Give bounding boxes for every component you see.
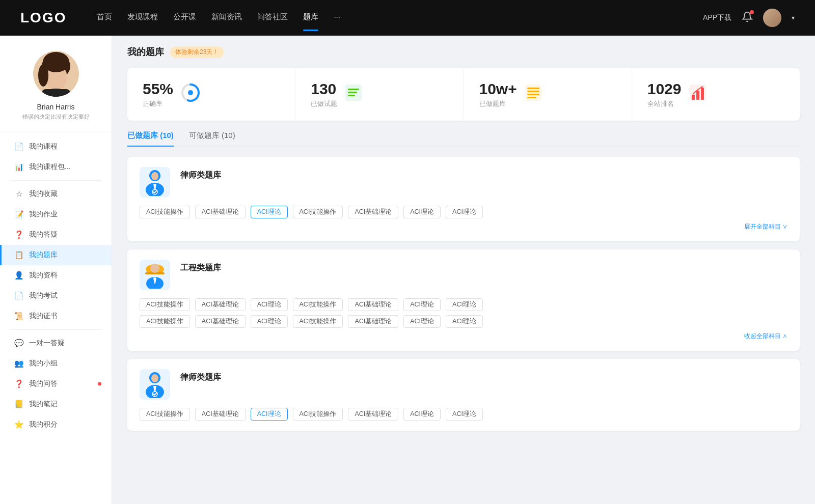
questions-label: 我的答疑 <box>29 230 99 239</box>
bank-tag[interactable]: ACI基础理论 <box>348 315 398 328</box>
bank-tag[interactable]: ACI理论 <box>403 298 441 311</box>
notes-icon: 📒 <box>14 400 24 409</box>
tab-available[interactable]: 可做题库 (10) <box>189 131 235 146</box>
stat-done-banks-label: 已做题库 <box>479 99 517 108</box>
sidebar-item-questions[interactable]: ❓ 我的答疑 <box>0 225 112 245</box>
user-avatar[interactable] <box>763 9 781 27</box>
sidebar-item-points[interactable]: ⭐ 我的积分 <box>0 414 112 435</box>
bank-tag[interactable]: ACI基础理论 <box>195 408 246 421</box>
bank-tag[interactable]: ACI技能操作 <box>140 206 190 218</box>
bank-tag[interactable]: ACI基础理论 <box>195 206 246 218</box>
bank-tag[interactable]: ACI理论 <box>446 315 483 328</box>
nav-right: APP下载 ▾ <box>703 9 795 27</box>
bank-tag[interactable]: ACI理论 <box>251 315 288 328</box>
bank-tag[interactable]: ACI技能操作 <box>140 408 190 421</box>
exam-icon: 📄 <box>14 291 24 300</box>
points-icon: ⭐ <box>14 420 24 429</box>
app-download-link[interactable]: APP下载 <box>703 13 731 22</box>
nav-discover[interactable]: 发现课程 <box>127 12 158 24</box>
bank-name-lawyer-1: 律师类题库 <box>180 170 221 181</box>
bank-card-lawyer-1: 律师类题库 ACI技能操作 ACI基础理论 ACI理论 ACI技能操作 ACI基… <box>127 157 800 241</box>
nav-more[interactable]: ··· <box>334 12 340 24</box>
profile-name: Brian Harris <box>37 103 75 111</box>
sidebar-item-homework[interactable]: 📝 我的作业 <box>0 204 112 225</box>
sidebar-item-course-packages[interactable]: 📊 我的课程包... <box>0 157 112 177</box>
bank-tag[interactable]: ACI理论 <box>446 408 483 421</box>
avatar-dropdown-arrow[interactable]: ▾ <box>792 14 795 21</box>
bank-tag[interactable]: ACI技能操作 <box>140 315 190 328</box>
bank-tag[interactable]: ACI理论 <box>446 206 483 218</box>
collapse-engineer[interactable]: 收起全部科目 ∧ <box>140 332 787 341</box>
bank-name-lawyer-2: 律师类题库 <box>180 372 221 383</box>
svg-rect-13 <box>348 95 355 96</box>
homework-label: 我的作业 <box>29 210 99 219</box>
stats-row: 55% 正确率 130 已做试题 <box>127 68 800 121</box>
svg-point-31 <box>150 264 159 273</box>
bank-tag[interactable]: ACI技能操作 <box>293 315 343 328</box>
bank-tag[interactable]: ACI基础理论 <box>195 315 246 328</box>
main-layout: Brian Harris 错误的决定比没有决定要好 📄 我的课程 📊 我的课程包… <box>0 36 815 504</box>
nav-open-course[interactable]: 公开课 <box>173 12 196 24</box>
notes-label: 我的笔记 <box>29 400 99 409</box>
bank-tags-engineer-row2: ACI技能操作 ACI基础理论 ACI理论 ACI技能操作 ACI基础理论 AC… <box>140 315 787 328</box>
bank-tag[interactable]: ACI技能操作 <box>293 298 343 311</box>
page-header: 我的题库 体验剩余23天！ <box>127 46 800 58</box>
bank-tag[interactable]: ACI理论 <box>403 408 441 421</box>
bank-tag[interactable]: ACI技能操作 <box>293 408 343 421</box>
my-qa-icon: ❓ <box>14 379 24 388</box>
engineer-icon-wrap <box>140 260 170 290</box>
bank-card-lawyer-1-info: 律师类题库 <box>180 167 221 181</box>
avatar-svg <box>33 51 79 97</box>
tutoring-icon: 💬 <box>14 339 24 348</box>
bank-tag[interactable]: ACI技能操作 <box>293 206 343 218</box>
svg-rect-22 <box>701 88 704 100</box>
notification-bell[interactable] <box>742 11 753 24</box>
stat-done-banks-icon <box>524 83 542 105</box>
bank-tag[interactable]: ACI基础理论 <box>195 298 246 311</box>
tab-done[interactable]: 已做题库 (10) <box>127 131 174 146</box>
bank-tag[interactable]: ACI基础理论 <box>348 298 398 311</box>
sidebar-item-profile[interactable]: 👤 我的资料 <box>0 265 112 286</box>
bank-tags-lawyer-1: ACI技能操作 ACI基础理论 ACI理论 ACI技能操作 ACI基础理论 AC… <box>140 206 787 218</box>
certificate-icon: 📜 <box>14 312 24 321</box>
bank-tag[interactable]: ACI理论 <box>403 206 441 218</box>
sidebar-item-group[interactable]: 👥 我的小组 <box>0 353 112 374</box>
bank-tag[interactable]: ACI基础理论 <box>348 408 398 421</box>
sidebar-item-favorites[interactable]: ☆ 我的收藏 <box>0 184 112 204</box>
sidebar-item-my-qa[interactable]: ❓ 我的问答 <box>0 374 112 394</box>
sidebar-item-certificate[interactable]: 📜 我的证书 <box>0 306 112 326</box>
bank-tag-selected[interactable]: ACI理论 <box>251 206 288 218</box>
expand-lawyer-1[interactable]: 展开全部科目 ∨ <box>140 222 787 231</box>
trial-badge: 体验剩余23天！ <box>170 46 224 58</box>
sidebar-item-exam[interactable]: 📄 我的考试 <box>0 286 112 306</box>
sidebar-item-tutoring[interactable]: 💬 一对一答疑 <box>0 333 112 353</box>
profile-label: 我的资料 <box>29 271 99 280</box>
bank-tag[interactable]: ACI基础理论 <box>348 206 398 218</box>
nav-home[interactable]: 首页 <box>97 12 112 24</box>
sidebar-item-my-courses[interactable]: 📄 我的课程 <box>0 136 112 157</box>
sidebar-item-notes[interactable]: 📒 我的笔记 <box>0 394 112 414</box>
favorites-icon: ☆ <box>14 189 24 199</box>
sidebar-profile: Brian Harris 错误的决定比没有决定要好 <box>0 51 112 131</box>
lawyer-svg-2 <box>142 371 168 398</box>
svg-rect-20 <box>692 95 695 100</box>
nav-qa[interactable]: 问答社区 <box>257 12 288 24</box>
bank-card-lawyer-2: 律师类题库 ACI技能操作 ACI基础理论 ACI理论 ACI技能操作 ACI基… <box>127 359 800 431</box>
bank-tags-engineer-row1: ACI技能操作 ACI基础理论 ACI理论 ACI技能操作 ACI基础理论 AC… <box>140 298 787 311</box>
group-icon: 👥 <box>14 359 24 368</box>
qa-notification-dot <box>98 382 101 386</box>
stat-done-questions-icon <box>344 83 363 105</box>
bank-tag[interactable]: ACI技能操作 <box>140 298 190 311</box>
tutoring-label: 一对一答疑 <box>29 339 99 348</box>
bank-tag-selected[interactable]: ACI理论 <box>251 408 288 421</box>
bank-tag[interactable]: ACI理论 <box>251 298 288 311</box>
engineer-svg <box>142 261 168 289</box>
bank-tag[interactable]: ACI理论 <box>403 315 441 328</box>
nav-question-bank[interactable]: 题库 <box>303 12 318 24</box>
nav-news[interactable]: 新闻资讯 <box>211 12 242 24</box>
bank-card-engineer: 工程类题库 ACI技能操作 ACI基础理论 ACI理论 ACI技能操作 ACI基… <box>127 249 800 351</box>
lawyer-icon-wrap-1 <box>140 167 170 198</box>
stat-rank-icon <box>689 83 707 105</box>
sidebar-item-question-bank[interactable]: 📋 我的题库 <box>0 245 112 265</box>
bank-tag[interactable]: ACI理论 <box>446 298 483 311</box>
